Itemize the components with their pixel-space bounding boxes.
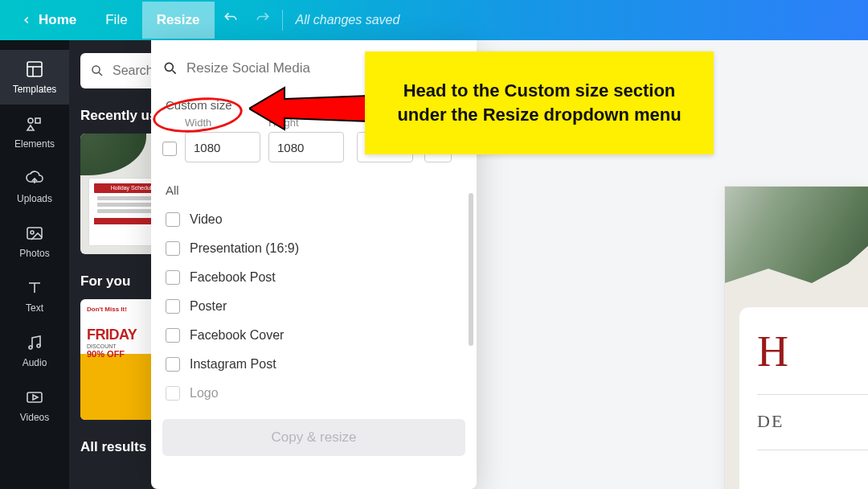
resize-nav[interactable]: Resize (142, 2, 215, 39)
separator (282, 10, 283, 31)
svg-point-14 (165, 63, 173, 71)
rail-text[interactable]: Text (0, 269, 69, 323)
checkbox[interactable] (166, 241, 180, 256)
search-icon (90, 64, 104, 78)
home-nav[interactable]: Home (6, 2, 91, 39)
option-label: Video (190, 212, 223, 227)
custom-size-checkbox[interactable] (162, 142, 177, 156)
pine-decor (80, 134, 146, 175)
rail-templates-label: Templates (13, 84, 57, 95)
height-value: 1080 (277, 141, 304, 154)
svg-point-12 (92, 66, 100, 73)
photos-icon (25, 224, 44, 243)
svg-rect-4 (35, 118, 40, 123)
left-rail: Templates Elements Uploads Photos Text A… (0, 40, 69, 489)
resize-option[interactable]: Facebook Cover (162, 321, 465, 350)
rail-uploads-label: Uploads (17, 193, 52, 204)
rail-audio-label: Audio (23, 357, 47, 368)
width-input[interactable]: 1080 (185, 132, 260, 162)
resize-option[interactable]: Instagram Post (162, 350, 465, 379)
undo-button[interactable] (215, 10, 247, 31)
rail-templates[interactable]: Templates (0, 50, 69, 105)
width-value: 1080 (194, 141, 220, 154)
page-row-glyph: DE (757, 411, 868, 432)
svg-rect-10 (27, 392, 42, 402)
rail-photos[interactable]: Photos (0, 214, 69, 269)
checkbox[interactable] (166, 270, 180, 285)
dropdown-scrollbar[interactable] (469, 193, 473, 434)
svg-line-13 (99, 72, 102, 76)
all-section-label: All (166, 183, 465, 197)
option-label: Logo (190, 386, 219, 401)
resize-option[interactable]: Logo (162, 379, 465, 408)
design-page[interactable]: H DE (725, 187, 868, 489)
option-label: Presentation (16:9) (190, 241, 299, 256)
svg-marker-5 (27, 125, 34, 130)
checkbox[interactable] (166, 328, 180, 343)
svg-line-15 (173, 71, 176, 74)
rail-videos[interactable]: Videos (0, 378, 69, 433)
rail-elements[interactable]: Elements (0, 105, 69, 159)
home-label: Home (39, 12, 76, 28)
text-icon (25, 278, 44, 298)
templates-icon (25, 60, 44, 79)
resize-option[interactable]: Poster (162, 292, 465, 321)
save-status: All changes saved (296, 13, 400, 27)
option-label: Facebook Cover (190, 328, 284, 343)
rail-elements-label: Elements (14, 138, 55, 150)
rail-text-label: Text (26, 302, 43, 314)
page-divider (757, 394, 868, 395)
redo-icon (255, 10, 271, 27)
checkbox[interactable] (166, 299, 180, 314)
width-label: Width (185, 117, 260, 129)
option-label: Facebook Post (190, 270, 276, 285)
svg-point-7 (31, 231, 34, 234)
checkbox[interactable] (166, 386, 180, 401)
chevron-left-icon (21, 14, 32, 26)
rail-photos-label: Photos (19, 248, 49, 259)
svg-point-9 (37, 344, 40, 347)
rail-uploads[interactable]: Uploads (0, 159, 69, 214)
rail-audio[interactable]: Audio (0, 323, 69, 378)
elements-icon (25, 114, 44, 134)
file-nav[interactable]: File (91, 2, 141, 39)
bf-friday: FRIDAY (87, 327, 137, 343)
svg-marker-11 (33, 395, 38, 400)
resize-option[interactable]: Facebook Post (162, 263, 465, 292)
checkbox[interactable] (166, 212, 180, 227)
option-label: Instagram Post (190, 357, 276, 372)
rail-videos-label: Videos (20, 412, 49, 423)
copy-and-resize-button[interactable]: Copy & resize (162, 419, 465, 456)
svg-rect-0 (27, 62, 42, 76)
svg-point-8 (29, 346, 32, 349)
search-icon (162, 60, 178, 76)
uploads-icon (25, 169, 44, 188)
videos-icon (25, 388, 44, 407)
height-input[interactable]: 1080 (268, 132, 344, 162)
height-label: Height (268, 117, 344, 129)
top-menu-bar: Home File Resize All changes saved (0, 0, 868, 40)
page-pine-bg (725, 187, 868, 283)
audio-icon (25, 333, 44, 352)
svg-point-3 (28, 118, 33, 123)
resize-option[interactable]: Presentation (16:9) (162, 234, 465, 263)
page-divider (757, 450, 868, 450)
redo-button[interactable] (247, 10, 279, 31)
page-heading-glyph: H (757, 327, 868, 376)
bf-black: BLACK (87, 312, 136, 328)
checkbox[interactable] (166, 357, 180, 372)
annotation-callout: Head to the Custom size section under th… (365, 51, 714, 154)
resize-option[interactable]: Video (162, 205, 465, 234)
undo-icon (223, 10, 239, 27)
option-label: Poster (190, 299, 227, 314)
